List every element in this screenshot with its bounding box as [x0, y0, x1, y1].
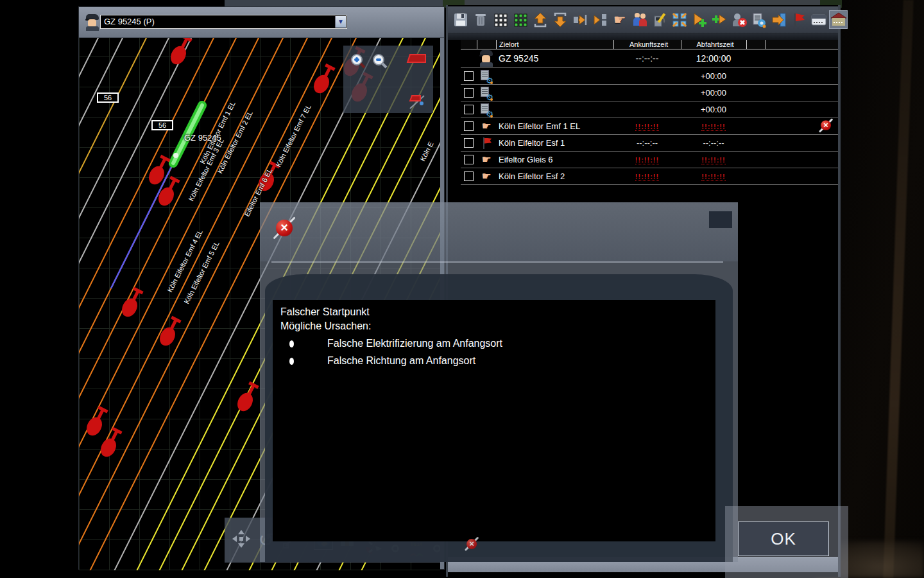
add-train-icon[interactable] — [690, 11, 708, 28]
checkbox-cell — [461, 171, 477, 181]
time-cell: --:--:-- — [681, 138, 746, 148]
dialog-cause-text: Falsche Elektrifizierung am Anfangsort — [327, 338, 502, 349]
row-checkbox[interactable] — [464, 138, 474, 148]
ok-panel: OK — [725, 506, 848, 578]
bullet-icon — [289, 358, 294, 365]
table-row[interactable]: ☛Eifeltor Gleis 6!!:!!:!!!!:!!:!! — [461, 152, 838, 168]
table-row[interactable]: GZ 95245--:--:--12:00:00 — [461, 49, 838, 68]
selected-train-label: GZ 95245 — [184, 133, 221, 143]
hand-icon: ☛ — [477, 171, 496, 182]
signal-large-icon[interactable] — [405, 51, 428, 70]
time-cell: !!:!!:!! — [613, 121, 681, 131]
table-row[interactable]: Köln Eifeltor Esf 1--:--:----:--:-- — [461, 135, 838, 152]
error-dialog: × Falscher Startpunkt Mögliche Ursachen:… — [260, 202, 738, 562]
dialog-header-control — [709, 211, 732, 228]
zoom-out-icon[interactable] — [372, 53, 388, 73]
checkbox-cell — [461, 88, 477, 98]
column-header-abfahrtszeit: Abfahrtszeit — [681, 40, 746, 49]
ok-button[interactable]: OK — [738, 521, 829, 556]
hand-icon[interactable]: ☛ — [611, 11, 628, 28]
time-cell: !!:!!:!! — [681, 121, 746, 131]
time-cell: !!:!!:!! — [613, 171, 681, 181]
fit-view-icon[interactable] — [232, 529, 251, 551]
hand-icon: ☛ — [477, 154, 496, 165]
move-down-icon[interactable] — [551, 11, 569, 28]
column-header-zielort: Zielort — [496, 40, 613, 49]
table-row[interactable]: ⚙+00:00 — [461, 85, 838, 101]
no-start-icon: × — [819, 118, 833, 134]
row-checkbox[interactable] — [464, 88, 474, 98]
zielort-cell: Köln Eifeltor Esf 1 — [496, 138, 613, 148]
checkbox-cell — [461, 155, 477, 164]
row-checkbox[interactable] — [464, 71, 474, 81]
row-checkbox[interactable] — [464, 171, 474, 181]
dialog-message-title: Falscher Startpunkt — [280, 306, 708, 318]
save-icon[interactable] — [452, 11, 469, 28]
signal-small-icon[interactable] — [407, 92, 428, 114]
scene-background — [841, 0, 924, 578]
minimap-panel — [343, 46, 433, 113]
row-checkbox[interactable] — [464, 105, 474, 114]
no-start-icon: × — [273, 216, 296, 240]
table-row[interactable]: ⚙+00:00 — [461, 101, 838, 118]
enter-depot-icon[interactable] — [770, 11, 787, 28]
time-cell: +00:00 — [681, 105, 746, 114]
table-row[interactable]: ☛Köln Eifeltor Emf 1 EL!!:!!:!!!!:!!:!!× — [461, 118, 838, 135]
signal-marker — [234, 380, 261, 414]
zielort-cell: Köln Eifeltor Esf 2 — [496, 171, 613, 181]
train-selector[interactable]: GZ 95245 (P) ▼ — [100, 15, 347, 29]
grid-icon[interactable] — [492, 11, 509, 28]
driver-icon — [477, 50, 496, 67]
bullet-icon — [289, 340, 294, 347]
zielort-cell: Eifeltor Gleis 6 — [496, 155, 613, 164]
add-route-icon[interactable] — [710, 11, 728, 28]
timetable-table: ZielortAnkunftszeitAbfahrtszeit GZ 95245… — [461, 40, 838, 185]
toolbar-divider — [448, 33, 838, 40]
shift-right-icon[interactable] — [571, 11, 588, 28]
driver-icon — [85, 14, 99, 31]
dialog-cause-item: Falsche Elektrifizierung am Anfangsort — [280, 338, 708, 349]
schedule-gear-icon: ⚙ — [477, 103, 496, 116]
move-up-icon[interactable] — [531, 11, 549, 28]
chevron-down-icon[interactable]: ▼ — [335, 16, 346, 28]
time-cell: --:--:-- — [613, 138, 681, 148]
schedule-gear-icon: ⚙ — [477, 87, 496, 100]
speed-sign: 56 — [151, 120, 173, 130]
dialog-cause-item: Falsche Richtung am Anfangsort — [280, 355, 708, 367]
depot-icon[interactable] — [830, 11, 847, 28]
expand-icon[interactable] — [671, 11, 688, 28]
dialog-message-subtitle: Mögliche Ursachen: — [280, 320, 708, 332]
checkbox-cell — [461, 121, 477, 131]
timetable-header: ZielortAnkunftszeitAbfahrtszeit — [461, 40, 838, 49]
dialog-separator — [271, 261, 723, 263]
column-header — [746, 40, 766, 49]
time-cell: !!:!!:!! — [613, 155, 681, 164]
column-header — [461, 40, 477, 49]
row-checkbox[interactable] — [464, 155, 474, 164]
zoom-in-icon[interactable] — [350, 53, 366, 73]
column-header-ankunftszeit: Ankunftszeit — [613, 40, 681, 49]
shift-left-icon[interactable] — [591, 11, 608, 28]
schedule-copy-icon[interactable] — [750, 11, 767, 28]
remove-driver-icon[interactable] — [730, 11, 748, 28]
no-start-icon: × — [465, 537, 479, 551]
time-cell: !!:!!:!! — [681, 171, 746, 181]
flag-icon — [477, 137, 496, 149]
time-cell: !!:!!:!! — [681, 155, 746, 164]
passengers-icon[interactable] — [631, 11, 648, 28]
grid-green-icon[interactable] — [511, 11, 529, 28]
terminal-icon[interactable] — [810, 11, 827, 28]
flag-icon[interactable] — [790, 11, 807, 28]
table-row[interactable]: ⚙+00:00 — [461, 68, 838, 85]
map-titlebar: GZ 95245 (P) ▼ — [79, 7, 444, 38]
time-cell: +00:00 — [681, 88, 746, 98]
zielort-cell: GZ 95245 — [496, 53, 613, 64]
schedule-gear-icon: ⚙ — [477, 70, 496, 83]
table-row[interactable]: ☛Köln Eifeltor Esf 2!!:!!:!!!!:!!:!! — [461, 168, 838, 185]
refuel-icon[interactable] — [651, 11, 668, 28]
signal-marker — [167, 38, 194, 67]
delete-icon[interactable] — [472, 11, 489, 28]
time-cell: 12:00:00 — [681, 53, 746, 64]
zielort-cell: Köln Eifeltor Emf 1 EL — [496, 121, 613, 131]
row-checkbox[interactable] — [464, 121, 474, 131]
